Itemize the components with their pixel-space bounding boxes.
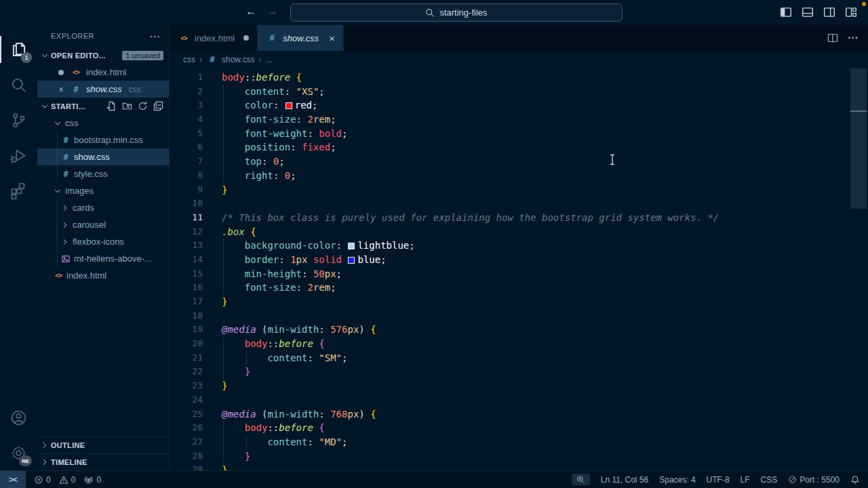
- open-editor-show.css[interactable]: ×#show.csscss: [37, 81, 169, 98]
- breadcrumb-item-css[interactable]: css: [183, 55, 195, 64]
- code-token: content: [267, 352, 307, 363]
- warning-icon: [59, 475, 68, 485]
- activity-item-account[interactable]: [0, 400, 37, 435]
- code-token: [222, 282, 245, 293]
- breadcrumb-item-show-css[interactable]: #show.css: [206, 55, 255, 64]
- color-swatch[interactable]: [348, 243, 355, 249]
- layout-customize-icon[interactable]: [845, 6, 857, 18]
- editor-more-actions-icon[interactable]: ···: [848, 32, 859, 44]
- line-content: position: fixed;: [222, 140, 868, 155]
- navigate-forward-icon[interactable]: →: [267, 5, 278, 18]
- status-broadcast[interactable]: 0: [83, 474, 101, 485]
- line-number: 15: [170, 267, 203, 281]
- tab-index.html[interactable]: <>index.html: [170, 25, 258, 51]
- code-token: before: [279, 338, 313, 349]
- explorer-sidebar: EXPLORER ··· OPEN EDITO... 1 unsaved <>i…: [37, 25, 170, 470]
- line-content: }: [222, 295, 868, 309]
- new-folder-icon[interactable]: [122, 101, 132, 111]
- open-editors-list: <>index.html×#show.csscss: [37, 64, 169, 98]
- status-language-mode[interactable]: CSS: [761, 475, 778, 485]
- close-icon[interactable]: ×: [56, 84, 66, 95]
- tab-label: show.css: [283, 33, 319, 43]
- code-line-10: 10: [170, 197, 868, 211]
- code-line-15: 15 min-height: 50px;: [170, 267, 868, 281]
- code-line-20: 20 body::before {: [170, 337, 868, 351]
- activity-item-run-debug[interactable]: [0, 138, 37, 173]
- activity-item-extensions[interactable]: [0, 173, 37, 208]
- code-token: ;: [342, 128, 347, 139]
- layout-controls: [780, 6, 857, 18]
- color-swatch[interactable]: [285, 102, 292, 109]
- refresh-icon[interactable]: [138, 101, 148, 111]
- status-encoding[interactable]: UTF-8: [707, 475, 730, 485]
- layout-panel-icon[interactable]: [802, 6, 814, 18]
- tree-item-css[interactable]: css: [37, 115, 169, 131]
- open-editors-section-header[interactable]: OPEN EDITO... 1 unsaved: [37, 47, 169, 64]
- line-content: top: 0;: [222, 155, 868, 169]
- split-editor-icon[interactable]: [827, 33, 838, 43]
- status-live-server-port[interactable]: Port : 5500: [788, 475, 840, 485]
- code-line-8: 8 right: 0;: [170, 169, 868, 183]
- chevron-right-icon: [40, 458, 50, 467]
- indent-guide: [223, 435, 224, 449]
- tree-item-images[interactable]: images: [37, 182, 169, 199]
- color-swatch[interactable]: [348, 257, 355, 264]
- profile-badge: RE: [19, 455, 32, 466]
- circle-slash-icon: [788, 475, 797, 484]
- code-token: content: [245, 86, 285, 97]
- status-cursor-position[interactable]: Ln 11, Col 56: [601, 475, 649, 485]
- title-bar: ← → starting-files: [0, 0, 868, 25]
- code-token: "XS": [296, 86, 319, 97]
- layout-sidebar-left-icon[interactable]: [780, 6, 792, 18]
- section-outline[interactable]: OUTLINE: [37, 436, 169, 453]
- code-token: [222, 254, 245, 265]
- layout-sidebar-right-icon[interactable]: [823, 6, 835, 18]
- status-indentation[interactable]: Spaces: 4: [659, 475, 695, 485]
- code-token: fixed: [302, 142, 330, 152]
- explorer-more-actions-icon[interactable]: ···: [150, 31, 161, 41]
- tree-item-index-html[interactable]: <>index.html: [37, 267, 169, 284]
- tab-show.css[interactable]: #show.css×: [258, 25, 344, 51]
- code-line-17: 17}: [170, 295, 868, 309]
- code-token: :: [296, 114, 308, 125]
- code-token: [222, 142, 245, 152]
- collapse-all-icon[interactable]: [153, 101, 163, 111]
- status-error[interactable]: 0: [34, 475, 51, 485]
- activity-item-search[interactable]: [0, 67, 37, 102]
- navigate-back-icon[interactable]: ←: [245, 5, 256, 18]
- code-token: @media: [222, 409, 256, 420]
- tree-item-label: index.html: [66, 270, 106, 281]
- code-token: px: [325, 268, 336, 279]
- code-token: 0: [285, 170, 290, 181]
- remote-indicator[interactable]: ><: [0, 471, 26, 488]
- activity-item-source-control[interactable]: [0, 102, 37, 138]
- indent-guide: [223, 365, 224, 379]
- code-line-5: 5 font-weight: bold;: [170, 127, 868, 141]
- code-token: :: [273, 100, 285, 110]
- line-content: }: [222, 463, 868, 470]
- tree-indent-guide: [57, 200, 58, 268]
- activity-item-settings[interactable]: RE: [0, 435, 37, 470]
- close-tab-icon[interactable]: ×: [329, 33, 335, 44]
- open-editor-index.html[interactable]: <>index.html: [37, 64, 169, 81]
- command-center-search[interactable]: starting-files: [290, 3, 623, 22]
- project-section-header[interactable]: STARTI...: [37, 98, 169, 115]
- line-number: 17: [170, 295, 203, 309]
- status-eol[interactable]: LF: [741, 475, 750, 485]
- code-token: [222, 436, 267, 447]
- line-number: 14: [170, 253, 203, 267]
- css-file-icon: #: [60, 152, 72, 162]
- status-zoom[interactable]: [572, 474, 590, 485]
- breadcrumb-item--[interactable]: ...: [266, 55, 273, 64]
- status-warning[interactable]: 0: [59, 475, 76, 485]
- dirty-dot-icon[interactable]: [56, 70, 66, 75]
- new-file-icon[interactable]: [106, 101, 117, 111]
- code-token: ;: [409, 240, 414, 251]
- section-timeline[interactable]: TIMELINE: [37, 453, 169, 470]
- code-token: 768: [330, 409, 347, 420]
- activity-item-explorer[interactable]: 1: [0, 32, 37, 67]
- code-editor[interactable]: 1body::before {2 content: "XS";3 color: …: [170, 68, 868, 470]
- status-notifications[interactable]: [850, 475, 860, 485]
- dirty-dot-icon[interactable]: [243, 35, 249, 41]
- code-token: ;: [380, 254, 386, 265]
